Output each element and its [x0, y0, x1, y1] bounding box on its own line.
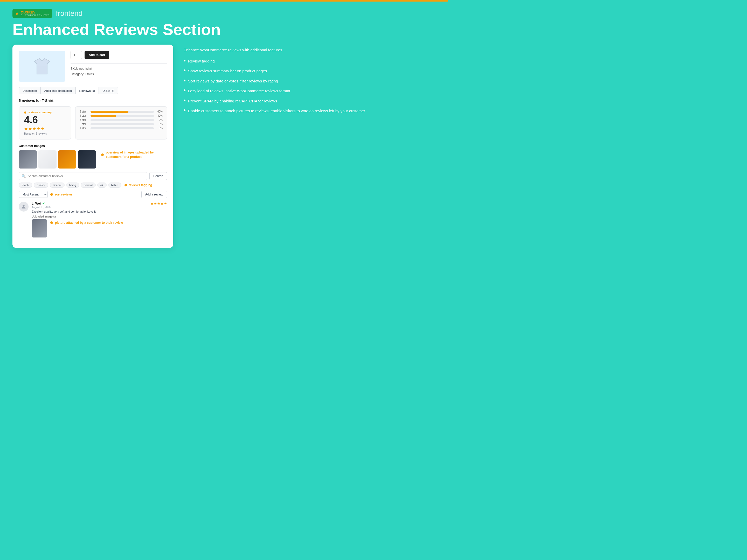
sort-annotation: sort reviews: [50, 193, 73, 196]
bar-pct-4: 40%: [156, 114, 163, 117]
feature-bullet-5: [184, 100, 185, 101]
bar-1star: 1 star 0%: [80, 127, 163, 130]
bar-2star: 2 star 0%: [80, 123, 163, 126]
tag-lovely[interactable]: lovely: [19, 183, 32, 188]
bar-fill-4: [91, 115, 116, 117]
bar-label-2: 2 star: [80, 123, 88, 126]
customer-images-annotation-text: overview of images uploaded by customers…: [106, 150, 167, 159]
star-4: ★: [36, 126, 40, 131]
customer-images-annotation: overview of images uploaded by customers…: [101, 150, 167, 159]
picture-annotation: picture attached by a customer to their …: [50, 221, 123, 224]
product-actions: Add to cart SKU: woo-tshirt Category: Ts…: [71, 51, 167, 77]
logo-sub: CUSTOMER REVIEWS: [21, 14, 50, 17]
review-star-4: ★: [160, 202, 164, 238]
quantity-input[interactable]: [71, 51, 82, 59]
feature-bullet-3: [184, 80, 185, 81]
header-section: ★ CUSREV CUSTOMER REVIEWS frontend Enhan…: [12, 9, 735, 38]
tag-tshirt[interactable]: t-shirt: [108, 183, 122, 188]
summary-row: reviews summary 4.6 ★ ★ ★ ★ ★ Based on 5…: [19, 106, 167, 139]
sku-label: SKU:: [71, 67, 78, 71]
search-input-wrap: 🔍: [19, 172, 147, 180]
product-meta: SKU: woo-tshirt Category: Tshirts: [71, 66, 167, 77]
review-date: August 13, 2020: [32, 206, 147, 209]
feature-text-2: Show reviews summary bar on product page…: [188, 68, 267, 74]
bar-3star: 3 star 0%: [80, 118, 163, 121]
feature-bullet-1: [184, 60, 185, 61]
feature-text-6: Enable customers to attach pictures to r…: [188, 108, 365, 114]
review-item: Li Wei ✔ August 13, 2020 Excellent quali…: [19, 202, 167, 238]
summary-dot: [24, 111, 26, 113]
search-input[interactable]: [28, 172, 145, 180]
uploaded-images-row: picture attached by a customer to their …: [32, 219, 147, 238]
tab-additional-information[interactable]: Additional information: [41, 87, 76, 94]
logo-rev: REV: [28, 10, 35, 14]
features-intro: Enhance WooCommerce reviews with additio…: [184, 47, 735, 53]
logo-row: ★ CUSREV CUSTOMER REVIEWS frontend: [12, 9, 735, 18]
picture-annotation-text: picture attached by a customer to their …: [55, 221, 123, 224]
thumbnail-images: [19, 150, 96, 168]
search-row: 🔍 Search: [19, 172, 167, 180]
bar-pct-3: 0%: [156, 118, 163, 121]
reviewer-name: Li Wei: [32, 202, 41, 205]
tags-annotation-dot: [125, 184, 127, 186]
star-2: ★: [28, 126, 32, 131]
qty-cart-row: Add to cart: [71, 51, 167, 59]
tab-description[interactable]: Description: [19, 87, 41, 94]
reviewer-name-row: Li Wei ✔: [32, 202, 147, 205]
bar-pct-2: 0%: [156, 123, 163, 126]
bar-5star: 5 star 60%: [80, 110, 163, 113]
review-star-3: ★: [157, 202, 160, 238]
summary-stars: ★ ★ ★ ★ ★: [24, 126, 44, 131]
verified-badge: ✔: [42, 202, 45, 205]
tag-ok[interactable]: ok: [97, 183, 107, 188]
add-to-cart-button[interactable]: Add to cart: [84, 51, 109, 59]
tab-reviews[interactable]: Reviews (5): [76, 87, 99, 94]
star-5-half: ★: [41, 126, 44, 131]
customer-thumb-1[interactable]: [19, 150, 37, 168]
sort-add-row: Most Recent Oldest Highest Rated Lowest …: [19, 191, 167, 198]
search-button[interactable]: Search: [149, 172, 167, 180]
bar-pct-5: 60%: [156, 110, 163, 113]
tag-normal[interactable]: normal: [81, 183, 96, 188]
feature-text-4: Lazy load of reviews, native WooCommerce…: [188, 88, 290, 94]
uploaded-img-1[interactable]: [32, 219, 47, 238]
sort-select[interactable]: Most Recent Oldest Highest Rated Lowest …: [19, 191, 48, 198]
review-right-stars: ★ ★ ★ ★ ★: [150, 202, 167, 238]
bar-track-2: [91, 123, 154, 125]
tag-fitting[interactable]: fitting: [66, 183, 79, 188]
feature-item-2: Show reviews summary bar on product page…: [184, 68, 735, 74]
bar-pct-1: 0%: [156, 127, 163, 130]
summary-left: reviews summary 4.6 ★ ★ ★ ★ ★ Based on 5…: [19, 106, 71, 139]
feature-item-4: Lazy load of reviews, native WooCommerce…: [184, 88, 735, 94]
bar-label-5: 5 star: [80, 110, 88, 113]
category-value: Tshirts: [85, 72, 94, 76]
tag-decent[interactable]: decent: [50, 183, 65, 188]
feature-item-5: Prevent SPAM by enabling reCAPTCHA for r…: [184, 98, 735, 104]
summary-label: reviews summary: [24, 111, 52, 114]
tab-qa[interactable]: Q & A (5): [99, 87, 118, 94]
tag-quality[interactable]: quality: [34, 183, 48, 188]
svg-point-0: [23, 205, 24, 207]
review-star-2: ★: [154, 202, 157, 238]
feature-bullet-6: [184, 109, 185, 111]
feature-item-3: Sort reviews by date or votes, filter re…: [184, 78, 735, 84]
add-review-button[interactable]: Add a review: [141, 191, 167, 198]
customer-thumb-4[interactable]: [78, 150, 96, 168]
customer-images-section: Customer Images overview of images uploa…: [19, 144, 167, 168]
customer-thumb-3[interactable]: [58, 150, 76, 168]
customer-images-title: Customer Images: [19, 144, 167, 148]
uploaded-label: Uploaded image(s):: [32, 215, 147, 218]
picture-annotation-dot: [50, 221, 53, 224]
review-content: Li Wei ✔ August 13, 2020 Excellent quali…: [32, 202, 147, 238]
product-image: [19, 51, 66, 82]
tags-annotation-text: reviews tagging: [129, 183, 152, 187]
feature-list: Review tagging Show reviews summary bar …: [184, 58, 735, 114]
bar-label-1: 1 star: [80, 127, 88, 130]
review-star-1: ★: [150, 202, 154, 238]
bar-label-4: 4 star: [80, 114, 88, 117]
features-panel: Enhance WooCommerce reviews with additio…: [184, 45, 735, 114]
summary-score: 4.6: [24, 115, 38, 125]
customer-thumb-2[interactable]: [38, 150, 56, 168]
bar-track-3: [91, 119, 154, 121]
images-row: overview of images uploaded by customers…: [19, 150, 167, 168]
